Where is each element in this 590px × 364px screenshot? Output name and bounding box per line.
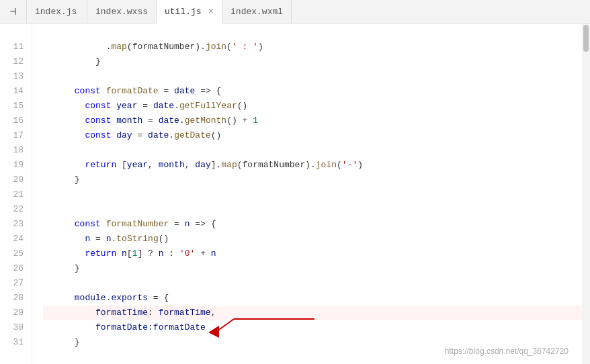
line-numbers-gutter: 11 12 13 14 15 16 17 18 19 20 21 22 23 2… (0, 24, 32, 364)
line-num-31: 31 (0, 335, 24, 350)
code-line-27: module.exports = { (43, 276, 582, 291)
vertical-scrollbar[interactable] (582, 24, 590, 364)
line-num-22: 22 (0, 202, 24, 217)
tab-label: index.wxml (230, 7, 283, 17)
line-num-19: 19 (0, 158, 24, 173)
scrollbar-thumb[interactable] (583, 25, 589, 52)
line-num-27: 27 (0, 276, 24, 291)
tab-close-icon[interactable]: × (208, 6, 214, 17)
tab-index-wxss[interactable]: index.wxss (87, 0, 157, 23)
code-line-20 (43, 173, 582, 187)
tab-bar: ⊣ index.js index.wxss util.js × index.wx… (0, 0, 590, 24)
line-num-15: 15 (0, 99, 24, 113)
line-num-20: 20 (0, 173, 24, 187)
tab-util-js[interactable]: util.js × (157, 0, 222, 24)
line-num-28: 28 (0, 291, 24, 306)
code-editor[interactable]: .map(formatNumber).join(' : ') } const f… (32, 24, 582, 364)
code-line-21 (43, 187, 582, 202)
tab-label: index.wxss (95, 7, 148, 17)
line-num-10 (0, 25, 24, 40)
tab-label: util.js (165, 7, 202, 17)
line-num-14: 14 (0, 84, 24, 99)
url-watermark: https://blog.csdn.net/qq_36742720 (445, 347, 568, 356)
line-num-25: 25 (0, 246, 24, 261)
tab-label: index.js (35, 7, 77, 17)
tab-index-js[interactable]: index.js (27, 0, 87, 23)
tab-index-wxml[interactable]: index.wxml (222, 0, 292, 23)
line-num-23: 23 (0, 217, 24, 232)
code-line-12 (43, 54, 582, 69)
code-line-top: .map(formatNumber).join(' : ') (43, 25, 582, 40)
line-num-18: 18 (0, 143, 24, 158)
editor-area: 11 12 13 14 15 16 17 18 19 20 21 22 23 2… (0, 24, 590, 364)
line-num-12: 12 (0, 54, 24, 69)
line-num-29: 29 (0, 306, 24, 320)
line-num-11: 11 (0, 40, 24, 54)
code-line-22: const formatNumber = n => { (43, 202, 582, 217)
line-num-16: 16 (0, 113, 24, 128)
line-num-26: 26 (0, 261, 24, 276)
code-line-13: const formatDate = date => { (43, 69, 582, 84)
code-line-26 (43, 261, 582, 276)
line-num-30: 30 (0, 320, 24, 335)
line-num-21: 21 (0, 187, 24, 202)
sidebar-toggle-button[interactable]: ⊣ (0, 0, 27, 23)
line-num-17: 17 (0, 128, 24, 143)
line-num-24: 24 (0, 232, 24, 246)
code-line-18: return [year, month, day].map(formatNumb… (43, 143, 582, 158)
line-num-13: 13 (0, 69, 24, 84)
